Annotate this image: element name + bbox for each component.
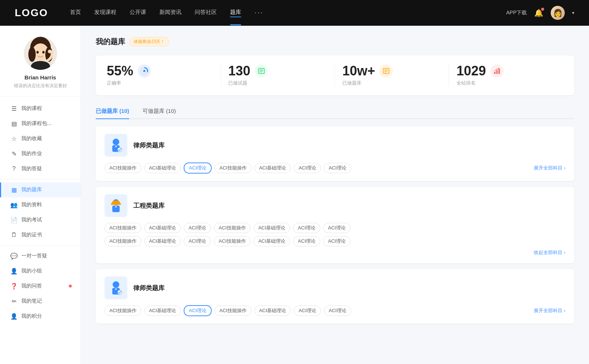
sidebar-item-notes[interactable]: ✏ 我的笔记	[0, 294, 81, 309]
stat-done-banks: 10w+ 已做题库	[335, 64, 449, 86]
qbank-2-tag-r2-0[interactable]: ACI技能操作	[105, 236, 141, 246]
qbank-1-tag-1[interactable]: ACI基础理论	[144, 163, 181, 173]
nav-open-course[interactable]: 公开课	[130, 9, 146, 17]
qbank-2-collapse[interactable]: 收起全部科目 ›	[534, 249, 565, 256]
menu-label-qa: 我的答疑	[21, 165, 42, 172]
sidebar-profile: Brian Harris 错误的决定比没有决定要好	[0, 37, 81, 97]
menu-label-package: 我的课程包...	[21, 120, 52, 127]
sidebar: Brian Harris 错误的决定比没有决定要好 ☰ 我的课程 ▤ 我的课程包…	[0, 26, 81, 364]
nav-more[interactable]: ···	[254, 9, 263, 17]
app-download-link[interactable]: APP下载	[506, 10, 527, 16]
sidebar-item-1on1[interactable]: 💬 一对一答疑	[0, 249, 81, 264]
qbank-card-3: 律师类题库 ACI技能操作 ACI基础理论 ACI理论 ACI技能操作 ACI基…	[96, 269, 574, 324]
qbank-3-tag-6[interactable]: ACI理论	[324, 306, 351, 316]
sidebar-item-groups[interactable]: 👤 我的小组	[0, 264, 81, 279]
bell-button[interactable]: 🔔	[534, 8, 543, 17]
qbank-2-name: 工程类题库	[133, 201, 165, 210]
stats-row: 55% 正确率 130	[96, 56, 574, 95]
questions-icon: ❓	[10, 283, 18, 290]
stat-done-questions: 130 已做试题	[221, 64, 335, 86]
done-banks-icon	[380, 64, 393, 78]
svg-point-33	[113, 281, 119, 288]
qbank-2-tag-r2-6[interactable]: ACI理论	[323, 236, 350, 246]
1on1-icon: 💬	[10, 253, 18, 260]
qbank-3-tag-1[interactable]: ACI基础理论	[144, 306, 181, 316]
stat-done-value: 130	[228, 64, 250, 78]
main-content: 我的题库 体验剩余23天！ 55% 正确率	[81, 26, 589, 364]
nav-home[interactable]: 首页	[70, 9, 81, 17]
ranking-icon	[490, 64, 504, 78]
sidebar-item-exam[interactable]: 📄 我的考试	[0, 213, 81, 228]
qbank-3-tag-2[interactable]: ACI理论	[184, 305, 212, 316]
menu-label-groups: 我的小组	[21, 268, 42, 274]
sidebar-item-questions[interactable]: ❓ 我的问答	[0, 279, 81, 294]
qbank-2-tag-r2-5[interactable]: ACI理论	[293, 236, 320, 246]
qbank-3-tag-0[interactable]: ACI技能操作	[105, 306, 141, 316]
qbank-1-tag-2[interactable]: ACI理论	[184, 163, 212, 174]
stat-accuracy: 55% 正确率	[107, 64, 221, 86]
page-header: 我的题库 体验剩余23天！	[96, 37, 574, 47]
qbank-1-tag-6[interactable]: ACI理论	[324, 163, 351, 173]
tab-done[interactable]: 已做题库 (10)	[96, 104, 129, 119]
tab-available[interactable]: 可做题库 (10)	[142, 104, 176, 119]
qbank-2-tag-r1-1[interactable]: ACI基础理论	[144, 223, 181, 233]
qbank-3-tag-3[interactable]: ACI技能操作	[215, 306, 251, 316]
sidebar-item-my-courses[interactable]: ☰ 我的课程	[0, 101, 81, 116]
qbank-card-1: 律师类题库 ACI技能操作 ACI基础理论 ACI理论 ACI技能操作 ACI基…	[96, 126, 574, 181]
sidebar-item-homework[interactable]: ✎ 我的作业	[0, 146, 81, 161]
menu-label-questions: 我的问答	[21, 283, 42, 289]
qbank-card-2-header: 工程类题库	[105, 194, 565, 217]
menu-label-qbank: 我的题库	[21, 186, 42, 193]
qbank-1-tag-4[interactable]: ACI基础理论	[254, 163, 291, 173]
qbank-2-tag-r2-2[interactable]: ACI理论	[184, 236, 211, 246]
qbank-3-tag-5[interactable]: ACI理论	[294, 306, 321, 316]
nav-links: 首页 发现课程 公开课 新闻资讯 问答社区 题库 ···	[70, 9, 506, 17]
qbank-2-tag-r1-6[interactable]: ACI理论	[323, 223, 350, 233]
sidebar-item-certificate[interactable]: 🗒 我的证书	[0, 228, 81, 242]
qbank-2-tag-r2-3[interactable]: ACI技能操作	[214, 236, 251, 246]
qbank-2-tag-r2-4[interactable]: ACI基础理论	[254, 236, 290, 246]
qbank-card-3-header: 律师类题库	[105, 276, 565, 299]
qbank-3-tag-4[interactable]: ACI基础理论	[254, 306, 291, 316]
stat-ranking: 1029 全站排名	[449, 64, 563, 86]
menu-divider-2	[0, 245, 81, 246]
qbank-2-tag-r1-3[interactable]: ACI技能操作	[214, 223, 251, 233]
sidebar-item-points[interactable]: 👤 我的积分	[0, 309, 81, 324]
navbar: LOGO 首页 发现课程 公开课 新闻资讯 问答社区 题库 ··· APP下载 …	[0, 0, 589, 26]
menu-label-notes: 我的笔记	[21, 298, 42, 304]
svg-rect-23	[498, 69, 500, 74]
stat-ranking-top: 1029	[456, 64, 556, 78]
qbank-2-footer: 收起全部科目 ›	[105, 249, 565, 256]
menu-label-courses: 我的课程	[21, 105, 42, 112]
sidebar-item-qa[interactable]: ? 我的答疑	[0, 161, 81, 176]
menu-label-certificate: 我的证书	[21, 232, 42, 238]
qbank-2-tag-r2-1[interactable]: ACI基础理论	[144, 236, 181, 246]
nav-qbank[interactable]: 题库	[230, 9, 241, 17]
qbank-1-tag-0[interactable]: ACI技能操作	[105, 163, 141, 173]
svg-point-25	[113, 139, 119, 145]
qbank-3-expand[interactable]: 展开全部科目 ›	[534, 307, 565, 314]
qbank-icon: ▦	[10, 186, 18, 193]
sidebar-item-materials[interactable]: 👥 我的资料	[0, 197, 81, 213]
nav-discover[interactable]: 发现课程	[94, 9, 116, 17]
accuracy-icon	[138, 64, 151, 78]
qbank-2-tag-r1-0[interactable]: ACI技能操作	[105, 223, 141, 233]
nav-news[interactable]: 新闻资讯	[159, 9, 181, 17]
qbank-1-tag-3[interactable]: ACI技能操作	[215, 163, 251, 173]
qbank-card-2: 工程类题库 ACI技能操作 ACI基础理论 ACI理论 ACI技能操作 ACI基…	[96, 187, 574, 263]
avatar-chevron-icon[interactable]: ▾	[572, 10, 574, 15]
stat-accuracy-top: 55%	[107, 64, 213, 78]
sidebar-item-favorites[interactable]: ☆ 我的收藏	[0, 131, 81, 146]
package-icon: ▤	[10, 120, 18, 127]
qbank-2-tag-r1-2[interactable]: ACI理论	[184, 223, 211, 233]
sidebar-item-qbank[interactable]: ▦ 我的题库	[0, 182, 81, 197]
qbank-1-tag-5[interactable]: ACI理论	[294, 163, 321, 173]
qbank-2-tag-r1-4[interactable]: ACI基础理论	[254, 223, 290, 233]
groups-icon: 👤	[10, 268, 18, 275]
qbank-2-tag-r1-5[interactable]: ACI理论	[293, 223, 320, 233]
qbank-1-expand[interactable]: 展开全部科目 ›	[534, 165, 565, 171]
qbank-tabs: 已做题库 (10) 可做题库 (10)	[96, 104, 574, 119]
user-avatar[interactable]: 👩	[551, 6, 565, 20]
sidebar-item-course-package[interactable]: ▤ 我的课程包...	[0, 116, 81, 131]
nav-qa[interactable]: 问答社区	[195, 9, 217, 17]
